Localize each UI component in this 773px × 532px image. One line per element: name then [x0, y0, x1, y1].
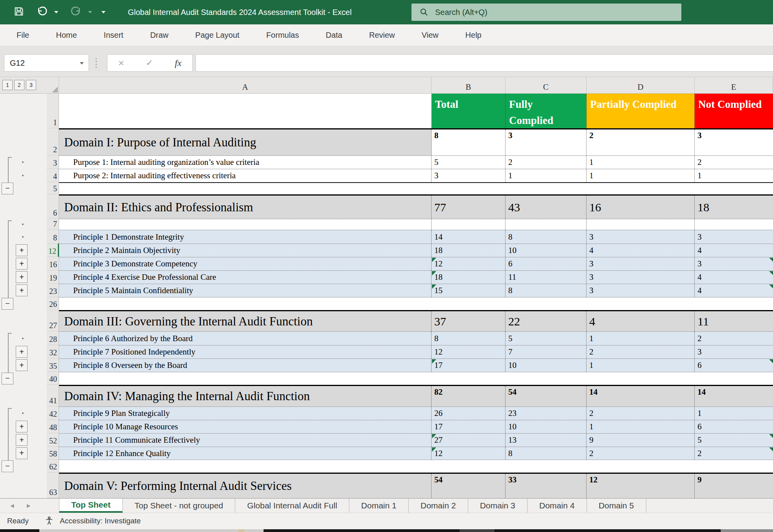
- cell-c52[interactable]: 13: [505, 434, 587, 447]
- cell-c41[interactable]: 54: [505, 386, 587, 406]
- cell-c16[interactable]: 6: [505, 257, 587, 270]
- sheet-tab-domain-5[interactable]: Domain 5: [587, 499, 646, 513]
- outline-collapse-button-row-5[interactable]: −: [2, 183, 13, 194]
- ribbon-tab-insert[interactable]: Insert: [90, 24, 137, 46]
- row-header-35[interactable]: 35: [47, 358, 59, 372]
- cell-e42[interactable]: 1: [695, 407, 773, 420]
- row-header-27[interactable]: 27: [47, 310, 59, 331]
- search-input[interactable]: Search (Alt+Q): [411, 4, 681, 21]
- outline-expand-button-row-23[interactable]: +: [16, 284, 28, 296]
- cell-d12[interactable]: 4: [587, 244, 695, 257]
- row-header-8[interactable]: 8: [47, 230, 59, 244]
- cell-b27[interactable]: 37: [432, 311, 505, 331]
- cell-c62[interactable]: [505, 460, 587, 473]
- cell-b12[interactable]: 18: [432, 244, 505, 257]
- ribbon-tab-formulas[interactable]: Formulas: [253, 24, 312, 46]
- cell-b52[interactable]: 27: [432, 434, 505, 447]
- row-header-52[interactable]: 52: [47, 433, 59, 447]
- cell-a19[interactable]: Principle 4 Exercise Due Professional Ca…: [59, 271, 432, 284]
- cell-b7[interactable]: [432, 219, 505, 230]
- name-box-dropdown-icon[interactable]: [80, 62, 84, 65]
- sheet-tab-domain-3[interactable]: Domain 3: [468, 499, 528, 513]
- cell-e28[interactable]: 2: [695, 332, 773, 345]
- cell-c48[interactable]: 10: [505, 420, 587, 433]
- outline-collapse-button-row-62[interactable]: −: [2, 460, 13, 472]
- outline-expand-button-row-35[interactable]: +: [16, 359, 28, 371]
- cell-e62[interactable]: [695, 460, 773, 473]
- row-header-62[interactable]: 62: [47, 460, 59, 473]
- cell-e52[interactable]: 5: [695, 434, 773, 447]
- outline-collapse-button-row-26[interactable]: −: [2, 298, 13, 310]
- sheet-tab-domain-4[interactable]: Domain 4: [528, 499, 587, 513]
- cell-d42[interactable]: 2: [587, 407, 695, 420]
- outline-collapse-button-row-40[interactable]: −: [2, 373, 13, 384]
- cell-c28[interactable]: 5: [505, 332, 587, 345]
- cell-b23[interactable]: 15: [432, 284, 505, 297]
- enter-icon[interactable]: ✓: [146, 59, 153, 67]
- cell-e6[interactable]: 18: [695, 196, 773, 219]
- column-header-a[interactable]: A: [59, 77, 432, 93]
- ribbon-tab-help[interactable]: Help: [452, 24, 495, 46]
- cell-c6[interactable]: 43: [505, 196, 587, 219]
- cell-d63[interactable]: 12: [587, 474, 695, 498]
- row-header-7[interactable]: 7: [47, 219, 59, 230]
- cell-e19[interactable]: 4: [695, 271, 773, 284]
- cell-a41[interactable]: Domain IV: Managing the Internal Audit F…: [59, 386, 432, 406]
- cell-c8[interactable]: 8: [505, 230, 587, 244]
- cell-c4[interactable]: 1: [505, 169, 587, 182]
- column-header-d[interactable]: D: [587, 77, 695, 93]
- cell-d32[interactable]: 2: [587, 345, 695, 358]
- sheet-tab-domain-2[interactable]: Domain 2: [409, 499, 468, 513]
- cell-b4[interactable]: 3: [432, 169, 505, 182]
- row-header-2[interactable]: 2: [47, 128, 59, 155]
- cell-b26[interactable]: [432, 297, 505, 310]
- cell-e4[interactable]: 1: [695, 169, 773, 182]
- cell-a58[interactable]: Principle 12 Enhance Quality: [59, 447, 432, 460]
- sheet-tab-top-sheet-not-grouped[interactable]: Top Sheet - not grouped: [123, 499, 235, 513]
- row-header-12[interactable]: 12: [47, 244, 59, 257]
- outline-level-button-2[interactable]: 2: [14, 80, 24, 90]
- cell-b16[interactable]: 12: [432, 257, 505, 270]
- cell-d16[interactable]: 3: [587, 257, 695, 270]
- cell-c7[interactable]: [505, 219, 587, 230]
- cell-a28[interactable]: Principle 6 Authorized by the Board: [59, 332, 432, 345]
- cell-c1[interactable]: Fully Complied: [505, 94, 587, 128]
- cell-b63[interactable]: 54: [432, 474, 505, 498]
- cell-a7[interactable]: [59, 219, 432, 230]
- cell-e32[interactable]: 3: [695, 345, 773, 358]
- cell-e3[interactable]: 2: [695, 156, 773, 169]
- cell-e48[interactable]: 6: [695, 420, 773, 433]
- cell-a63[interactable]: Domain V: Performing Internal Audit Serv…: [59, 474, 432, 498]
- row-header-5[interactable]: 5: [47, 182, 59, 194]
- cell-b62[interactable]: [432, 460, 505, 473]
- column-header-c[interactable]: C: [505, 77, 587, 93]
- cell-e16[interactable]: 3: [695, 257, 773, 270]
- cell-e35[interactable]: 6: [695, 359, 773, 372]
- cell-b42[interactable]: 26: [432, 407, 505, 420]
- outline-level-button-3[interactable]: 3: [26, 80, 36, 90]
- cell-e27[interactable]: 11: [695, 311, 773, 331]
- cell-e26[interactable]: [695, 297, 773, 310]
- cell-c23[interactable]: 8: [505, 284, 587, 297]
- cell-d5[interactable]: [587, 183, 695, 194]
- column-header-b[interactable]: B: [432, 77, 505, 93]
- cell-c3[interactable]: 2: [505, 156, 587, 169]
- cell-e63[interactable]: 9: [695, 474, 773, 498]
- cell-b35[interactable]: 17: [432, 359, 505, 372]
- cell-b3[interactable]: 5: [432, 156, 505, 169]
- ribbon-tab-view[interactable]: View: [408, 24, 452, 46]
- cancel-icon[interactable]: ×: [118, 58, 124, 68]
- cell-c63[interactable]: 33: [505, 474, 587, 498]
- cell-b28[interactable]: 8: [432, 332, 505, 345]
- cell-a1[interactable]: [59, 94, 432, 128]
- cell-e7[interactable]: [695, 219, 773, 230]
- cell-a16[interactable]: Principle 3 Demonstrate Competency: [59, 257, 432, 270]
- cell-b5[interactable]: [432, 183, 505, 194]
- select-all-corner[interactable]: [47, 77, 59, 93]
- cell-e8[interactable]: 3: [695, 230, 773, 244]
- cell-d4[interactable]: 1: [587, 169, 695, 182]
- outline-expand-button-row-48[interactable]: +: [16, 421, 28, 432]
- cell-a42[interactable]: Principle 9 Plan Strategically: [59, 407, 432, 420]
- cell-a52[interactable]: Principle 11 Communicate Effectively: [59, 434, 432, 447]
- outline-expand-button-row-32[interactable]: +: [16, 346, 28, 358]
